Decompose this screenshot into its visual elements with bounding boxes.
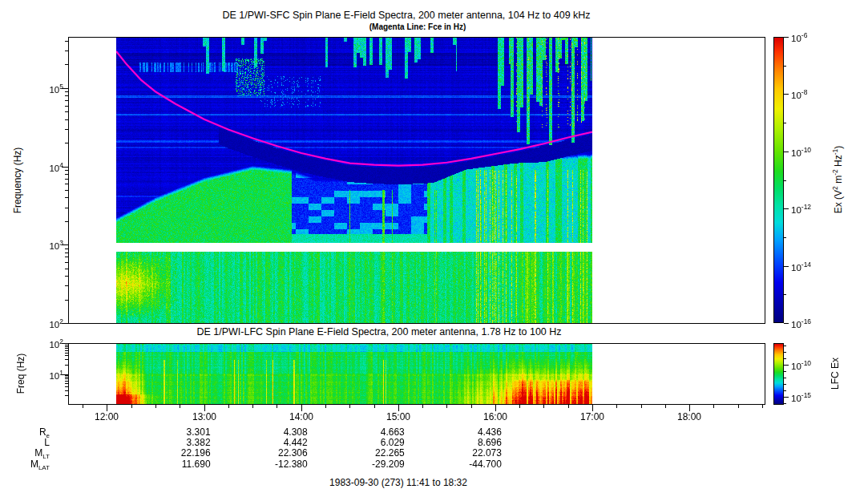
figure: DE 1/PWI-SFC Spin Plane E-Field Spectra,… (0, 0, 868, 497)
ephemeris-value: 22.306 (252, 448, 308, 459)
lfc-spectrogram-heatmap (116, 343, 592, 405)
lfc-title: DE 1/PWI-LFC Spin Plane E-Field Spectra,… (99, 326, 660, 337)
lfc-y-tick-label: 101 (26, 368, 63, 382)
x-tick-label: 16:00 (471, 412, 519, 422)
lfc-colorbar-tick-label: 10-10 (791, 358, 833, 372)
sfc-colorbar-tick-label: 10-6 (791, 30, 833, 44)
sfc-y-tick-label: 105 (26, 82, 63, 95)
sfc-colorbar-tick-label: 10-12 (791, 202, 833, 216)
sfc-colorbar-tick-label: 10-10 (791, 145, 833, 159)
sfc-title: DE 1/PWI-SFC Spin Plane E-Field Spectra,… (46, 10, 767, 21)
sfc-colorbar-tick-label: 10-14 (791, 260, 833, 273)
ephemeris-value: 22.073 (446, 448, 502, 459)
sfc-colorbar-tick-label: 10-16 (791, 317, 833, 330)
sfc-colorbar-tick-label: 10-8 (791, 87, 833, 101)
sfc-colorbar (773, 37, 784, 323)
ephemeris-value: -44.700 (446, 459, 502, 470)
lfc-colorbar (773, 343, 784, 405)
x-tick-label: 12:00 (83, 412, 131, 422)
x-tick-label: 18:00 (665, 412, 713, 422)
lfc-y-axis-label: Freq (Hz) (15, 354, 26, 394)
sfc-spectrogram-heatmap (116, 37, 592, 324)
sfc-y-tick-label: 104 (26, 160, 63, 174)
ephemeris-value: -29.209 (349, 459, 405, 470)
ephemeris-value: 22.265 (349, 448, 405, 459)
sfc-subtitle: (Magenta Line: Fce in Hz) (137, 22, 698, 31)
x-tick-label: 14:00 (277, 412, 325, 422)
lfc-colorbar-tick-label: 10-15 (791, 390, 833, 404)
footer-time-range: 1983-09-30 (273) 11:41 to 18:32 (158, 477, 639, 488)
ephemeris-value: 22.196 (155, 448, 211, 459)
ephemeris-value: -12.380 (252, 459, 308, 470)
ephemeris-value: 11.690 (155, 459, 211, 470)
x-tick-label: 15:00 (374, 412, 422, 422)
x-tick-label: 17:00 (568, 412, 616, 422)
x-tick-label: 13:00 (180, 412, 228, 422)
lfc-y-tick-label: 102 (26, 337, 63, 350)
ephemeris-row-label: MLAT (0, 459, 50, 473)
sfc-colorbar-label: Ex (V2 m-2 Hz-1) (831, 146, 844, 214)
sfc-y-tick-label: 103 (26, 238, 63, 252)
sfc-y-axis-label: Frequency (Hz) (12, 147, 23, 214)
sfc-y-tick-label: 102 (26, 317, 63, 330)
